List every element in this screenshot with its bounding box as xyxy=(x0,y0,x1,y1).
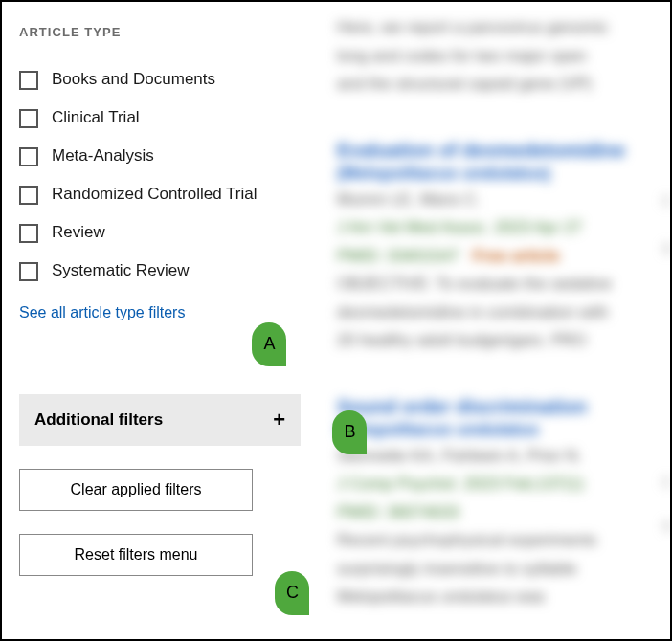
checkbox-label: Systematic Review xyxy=(52,260,190,281)
filter-books-documents[interactable]: Books and Documents xyxy=(19,60,301,99)
additional-filters-label: Additional filters xyxy=(34,410,163,430)
checkbox-label: Meta-Analysis xyxy=(52,145,154,166)
clear-applied-filters-button[interactable]: Clear applied filters xyxy=(19,469,253,511)
annotation-a: A xyxy=(252,322,286,366)
checkbox-icon[interactable] xyxy=(19,147,38,166)
plus-icon: + xyxy=(273,408,285,432)
reset-filters-menu-button[interactable]: Reset filters menu xyxy=(19,534,253,576)
filter-clinical-trial[interactable]: Clinical Trial xyxy=(19,99,301,137)
filters-sidebar: ARTICLE TYPE Books and Documents Clinica… xyxy=(2,2,318,639)
checkbox-icon[interactable] xyxy=(19,186,38,205)
checkbox-label: Clinical Trial xyxy=(52,107,140,128)
checkbox-label: Randomized Controlled Trial xyxy=(52,184,258,205)
filter-randomized-controlled-trial[interactable]: Randomized Controlled Trial xyxy=(19,175,301,213)
filter-meta-analysis[interactable]: Meta-Analysis xyxy=(19,137,301,175)
additional-filters-toggle[interactable]: Additional filters + xyxy=(19,394,301,446)
checkbox-icon[interactable] xyxy=(19,71,38,90)
annotation-c: C xyxy=(275,571,309,615)
article-type-list: Books and Documents Clinical Trial Meta-… xyxy=(19,60,301,291)
filter-review[interactable]: Review xyxy=(19,213,301,252)
filter-systematic-review[interactable]: Systematic Review xyxy=(19,252,301,290)
see-all-article-type-link[interactable]: See all article type filters xyxy=(19,304,185,321)
section-heading-article-type: ARTICLE TYPE xyxy=(19,25,301,39)
checkbox-icon[interactable] xyxy=(19,109,38,128)
annotation-b: B xyxy=(332,410,367,454)
checkbox-icon[interactable] xyxy=(19,262,38,281)
checkbox-label: Review xyxy=(52,222,105,243)
checkbox-icon[interactable] xyxy=(19,224,38,243)
checkbox-label: Books and Documents xyxy=(52,69,215,90)
search-results-blurred: Here, we report a parvovirus genomic lon… xyxy=(318,2,670,639)
